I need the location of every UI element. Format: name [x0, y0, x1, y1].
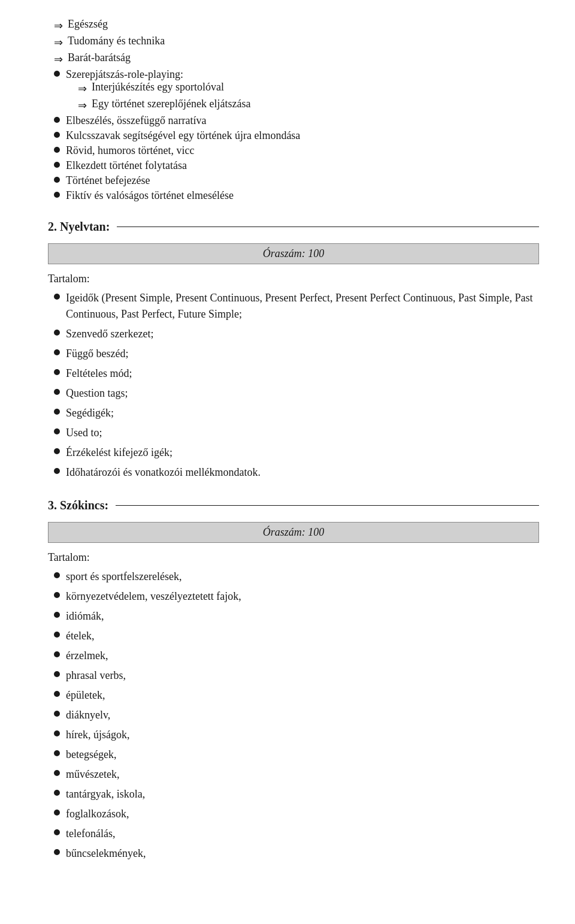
list-item: sport és sportfelszerelések, — [54, 569, 539, 585]
list-item: betegségek, — [54, 747, 539, 763]
section-3-tartalom-label: Tartalom: — [48, 551, 539, 564]
list-item: phrasal verbs, — [54, 668, 539, 684]
bullet-icon — [54, 730, 60, 736]
section-2-orasszam: Óraszám: 100 — [48, 243, 539, 264]
list-item: ⇒ Barát-barátság — [48, 52, 539, 66]
top-list: ⇒ Egészség ⇒ Tudomány és technika ⇒ Bará… — [48, 18, 539, 202]
list-item-text: Időhatározói és vonatkozói mellékmondato… — [66, 464, 539, 481]
list-item: Időhatározói és vonatkozói mellékmondato… — [54, 464, 539, 481]
list-item-text: Szenvedő szerkezet; — [66, 326, 539, 342]
list-item: Függő beszéd; — [54, 346, 539, 362]
list-item-text: Kulcsszavak segítségével egy történek új… — [66, 129, 300, 142]
sub-list-item: ⇒ Egy történet szereplőjének eljátszása — [72, 98, 539, 112]
list-item-text: telefonálás, — [66, 826, 539, 842]
list-item-text: Szerepjátszás-role-playing: — [66, 68, 183, 81]
bullet-icon — [54, 389, 60, 395]
list-item: Igeidők (Present Simple, Present Continu… — [54, 290, 539, 322]
list-item: művészetek, — [54, 766, 539, 783]
list-item: Fiktív és valóságos történet elmesélése — [48, 189, 539, 202]
list-item: Történet befejezése — [48, 174, 539, 187]
bullet-icon — [54, 651, 60, 657]
bullet-icon — [54, 349, 60, 355]
list-item: telefonálás, — [54, 826, 539, 842]
list-item: épületek, — [54, 687, 539, 703]
list-item: hírek, újságok, — [54, 727, 539, 743]
arrow-icon: ⇒ — [78, 99, 87, 112]
list-item-text: Used to; — [66, 425, 539, 441]
bullet-icon — [54, 790, 60, 796]
list-item: Elbeszélés, összefüggő narratíva — [48, 114, 539, 127]
bullet-icon — [54, 671, 60, 677]
list-item-text: Érzékelést kifejező igék; — [66, 445, 539, 461]
bullet-icon — [54, 132, 60, 138]
list-item-text: épületek, — [66, 687, 539, 703]
bullet-icon — [54, 192, 60, 198]
list-item: Used to; — [54, 425, 539, 441]
bullet-icon — [54, 162, 60, 168]
list-item: Rövid, humoros történet, vicc — [48, 144, 539, 157]
list-item-text: betegségek, — [66, 747, 539, 763]
list-item-text: művészetek, — [66, 766, 539, 783]
sub-list-item-text: Egy történet szereplőjének eljátszása — [92, 98, 250, 110]
list-item-text: Rövid, humoros történet, vicc — [66, 144, 194, 157]
list-item-text: idiómák, — [66, 608, 539, 624]
section-2: 2. Nyelvtan: Óraszám: 100 Tartalom: Igei… — [48, 220, 539, 481]
bullet-icon — [54, 592, 60, 598]
list-item-text: Elbeszélés, összefüggő narratíva — [66, 114, 206, 127]
list-item-text: környezetvédelem, veszélyeztetett fajok, — [66, 588, 539, 605]
list-item: ételek, — [54, 628, 539, 644]
bullet-icon — [54, 632, 60, 638]
arrow-icon: ⇒ — [78, 82, 87, 95]
bullet-icon — [54, 294, 60, 300]
bullet-icon — [54, 829, 60, 835]
arrow-icon: ⇒ — [54, 36, 63, 49]
list-item: Question tags; — [54, 385, 539, 401]
section-3-orasszam: Óraszám: 100 — [48, 522, 539, 543]
list-item: Segédigék; — [54, 405, 539, 421]
list-item: diáknyelv, — [54, 707, 539, 723]
bullet-icon — [54, 117, 60, 123]
section-3-line — [116, 505, 539, 506]
bullet-icon — [54, 612, 60, 618]
bullet-icon — [54, 330, 60, 336]
bullet-icon — [54, 409, 60, 415]
list-item: Érzékelést kifejező igék; — [54, 445, 539, 461]
bullet-icon — [54, 691, 60, 697]
bullet-icon — [54, 177, 60, 183]
list-item: érzelmek, — [54, 648, 539, 664]
list-item: foglalkozások, — [54, 806, 539, 822]
bullet-icon — [54, 572, 60, 578]
list-item-text: diáknyelv, — [66, 707, 539, 723]
bullet-icon — [54, 849, 60, 855]
list-item: Szerepjátszás-role-playing: ⇒ Interjúkés… — [48, 68, 539, 112]
list-item-text: Barát-barátság — [68, 52, 131, 64]
sub-list-item: ⇒ Interjúkészítés egy sportolóval — [72, 81, 539, 95]
bullet-icon — [54, 448, 60, 454]
list-item-text: phrasal verbs, — [66, 668, 539, 684]
bullet-icon — [54, 810, 60, 816]
section-2-tartalom-label: Tartalom: — [48, 273, 539, 285]
section-3: 3. Szókincs: Óraszám: 100 Tartalom: spor… — [48, 499, 539, 862]
bullet-icon — [54, 369, 60, 375]
list-item-text: Elkezdett történet folytatása — [66, 159, 187, 172]
arrow-icon: ⇒ — [54, 19, 63, 32]
arrow-icon: ⇒ — [54, 53, 63, 66]
section-2-content-list: Igeidők (Present Simple, Present Continu… — [54, 290, 539, 481]
section-3-header: 3. Szókincs: — [48, 499, 539, 512]
list-item-text: Question tags; — [66, 385, 539, 401]
list-item-text: Igeidők (Present Simple, Present Continu… — [66, 290, 539, 322]
bullet-icon — [54, 71, 60, 77]
list-item-text: érzelmek, — [66, 648, 539, 664]
list-item-text: Függő beszéd; — [66, 346, 539, 362]
list-item: bűncselekmények, — [54, 846, 539, 862]
list-item: tantárgyak, iskola, — [54, 786, 539, 802]
bullet-icon — [54, 711, 60, 717]
section-2-header: 2. Nyelvtan: — [48, 220, 539, 234]
sub-list-item-text: Interjúkészítés egy sportolóval — [92, 81, 224, 93]
bullet-icon — [54, 750, 60, 756]
list-item: környezetvédelem, veszélyeztetett fajok, — [54, 588, 539, 605]
list-item-text: Tudomány és technika — [68, 35, 165, 47]
list-item: Szenvedő szerkezet; — [54, 326, 539, 342]
section-3-title: 3. Szókincs: — [48, 499, 108, 512]
list-item-text: Feltételes mód; — [66, 366, 539, 382]
